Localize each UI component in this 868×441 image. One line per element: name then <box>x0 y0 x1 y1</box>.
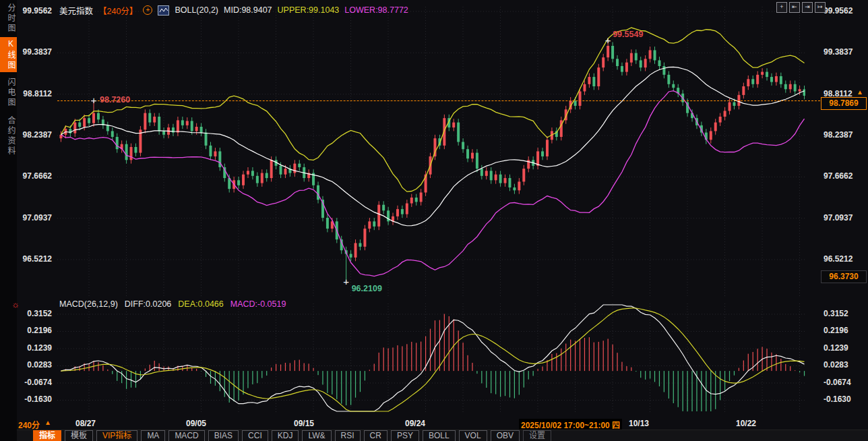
macd-macd-value: MACD:-0.0519 <box>230 299 286 309</box>
macd-tick-right-4: -0.0674 <box>824 378 851 387</box>
boll-indicator-icon[interactable] <box>158 5 169 16</box>
trading-app-window: 分时图 K线图 闪电图 合约资料 美元指数 【240分】 + BOLL(20,2… <box>0 0 868 441</box>
chart-controls: + ⇤ ⇥ ↦ <box>776 2 826 13</box>
macd-tick-left-4: -0.0674 <box>17 378 52 387</box>
x-tick-5: 10/22 <box>736 419 756 428</box>
price-tick-right-4: 97.6662 <box>824 171 852 181</box>
macd-tick-right-0: 0.3152 <box>824 309 848 318</box>
macd-tick-right-5: -0.1630 <box>824 394 851 404</box>
price-tick-right-0: 99.9562 <box>824 6 852 16</box>
pan-right-icon[interactable]: ⇥ <box>802 2 813 13</box>
crosshair-date-tooltip: 2025/10/02 17:00~21:00 四 <box>519 419 622 430</box>
indicator-vol-button[interactable]: VOL <box>459 430 487 441</box>
price-tick-left-5: 97.0937 <box>17 213 52 223</box>
sidebar-item-kline-chart[interactable]: K线图 <box>0 37 17 72</box>
pivot-label-2: 96.2109 <box>352 284 382 293</box>
macd-dea-value: DEA:0.0466 <box>178 299 223 309</box>
macd-tick-right-3: 0.0283 <box>824 360 848 370</box>
chart-header: 美元指数 【240分】 + BOLL(20,2) MID:98.9407 UPP… <box>59 5 408 16</box>
boll-lower-value: LOWER:98.7772 <box>344 5 408 15</box>
x-tick-4: 10/13 <box>629 419 649 428</box>
timeframe-label[interactable]: 240分 <box>18 419 40 430</box>
left-tab-strip: 分时图 K线图 闪电图 合约资料 <box>0 0 17 441</box>
boll-params: BOLL(20,2) <box>175 5 218 15</box>
macd-header: MACD(26,12,9) DIFF:0.0206 DEA:0.0466 MAC… <box>59 299 286 309</box>
sidebar-item-flash-chart[interactable]: 闪电图 <box>0 75 17 110</box>
boll-upper-value: UPPER:99.1043 <box>278 5 340 15</box>
macd-tick-left-5: -0.1630 <box>17 394 52 404</box>
settings-button[interactable]: 设置 <box>523 430 551 441</box>
price-tick-right-6: 96.5212 <box>824 254 852 264</box>
tab-indicators[interactable]: 指标 <box>33 430 61 441</box>
indicator-boll-button[interactable]: BOLL <box>423 430 456 441</box>
pan-left-icon[interactable]: ⇤ <box>789 2 800 13</box>
low-price-box: 96.3730 <box>821 270 867 283</box>
add-indicator-icon[interactable]: + <box>143 5 152 15</box>
indicator-lw-button[interactable]: LW& <box>302 430 331 441</box>
indicator-toolbar: 指标 模板 VIP指标 MA MACD BIAS CCI KDJ LW& RSI… <box>17 430 868 441</box>
indicator-bias-button[interactable]: BIAS <box>208 430 239 441</box>
price-tick-left-4: 97.6662 <box>17 171 52 181</box>
price-tick-left-3: 98.2387 <box>17 130 52 140</box>
price-tick-left-0: 99.9562 <box>17 6 52 16</box>
macd-tick-left-0: 0.3152 <box>17 309 52 318</box>
price-tick-right-3: 98.2387 <box>824 130 852 140</box>
indicator-ma-button[interactable]: MA <box>141 430 165 441</box>
jump-latest-icon[interactable]: ↦ <box>815 2 826 13</box>
x-tick-0: 08/27 <box>75 419 96 428</box>
indicator-psy-button[interactable]: PSY <box>391 430 419 441</box>
x-tick-1: 09/05 <box>186 419 206 428</box>
price-tick-right-5: 97.0937 <box>824 213 852 223</box>
indicator-kdj-button[interactable]: KDJ <box>272 430 299 441</box>
macd-tick-left-3: 0.0283 <box>17 360 52 370</box>
price-up-arrow-icon: ▲ <box>857 88 863 96</box>
indicator-macd-button[interactable]: MACD <box>168 430 204 441</box>
pivot-cross-0: + <box>91 95 97 105</box>
x-axis-row: 240分 ▲ 08/27 09/05 09/15 09/24 2025/10/0… <box>0 418 868 429</box>
indicator-rsi-button[interactable]: RSI <box>335 430 361 441</box>
tab-vip-indicators[interactable]: VIP指标 <box>96 430 137 441</box>
period-label: 【240分】 <box>98 4 137 17</box>
macd-diff-value: DIFF:0.0206 <box>125 299 171 309</box>
boll-mid-value: MID:98.9407 <box>224 5 272 15</box>
price-tick-left-2: 98.8112 <box>17 89 52 98</box>
macd-tick-left-2: 0.1239 <box>17 343 52 353</box>
pivot-label-0: 98.7260 <box>100 95 130 105</box>
indicator-settings-icon[interactable]: ☼ <box>11 299 20 310</box>
settlement-price-line <box>57 100 824 101</box>
move-icon[interactable]: + <box>776 2 787 13</box>
macd-params: MACD(26,12,9) <box>59 299 118 309</box>
indicator-cci-button[interactable]: CCI <box>242 430 268 441</box>
price-tick-right-1: 99.3837 <box>824 47 852 57</box>
macd-tick-right-1: 0.2196 <box>824 326 848 335</box>
last-price-box: 98.7869 <box>821 97 867 110</box>
pivot-cross-1: + <box>605 35 611 45</box>
pivot-label-1: 99.5549 <box>613 30 643 39</box>
price-tick-left-6: 96.5212 <box>17 254 52 264</box>
indicator-obv-button[interactable]: OBV <box>491 430 520 441</box>
macd-chart-canvas[interactable] <box>57 303 805 413</box>
sidebar-item-contract-info[interactable]: 合约资料 <box>0 113 17 160</box>
indicator-cr-button[interactable]: CR <box>364 430 388 441</box>
x-tick-2: 09/15 <box>294 419 314 428</box>
price-tick-left-1: 99.3837 <box>17 47 52 57</box>
tab-templates[interactable]: 模板 <box>65 430 93 441</box>
x-tick-3: 09/24 <box>405 419 425 428</box>
main-chart-canvas[interactable] <box>57 7 805 297</box>
timeframe-arrow-icon[interactable]: ▲ <box>44 419 51 426</box>
sidebar-item-time-chart[interactable]: 分时图 <box>0 1 17 35</box>
macd-tick-right-2: 0.1239 <box>824 343 848 353</box>
pivot-cross-2: + <box>343 276 349 287</box>
macd-tick-left-1: 0.2196 <box>17 326 52 335</box>
symbol-name: 美元指数 <box>59 4 93 17</box>
